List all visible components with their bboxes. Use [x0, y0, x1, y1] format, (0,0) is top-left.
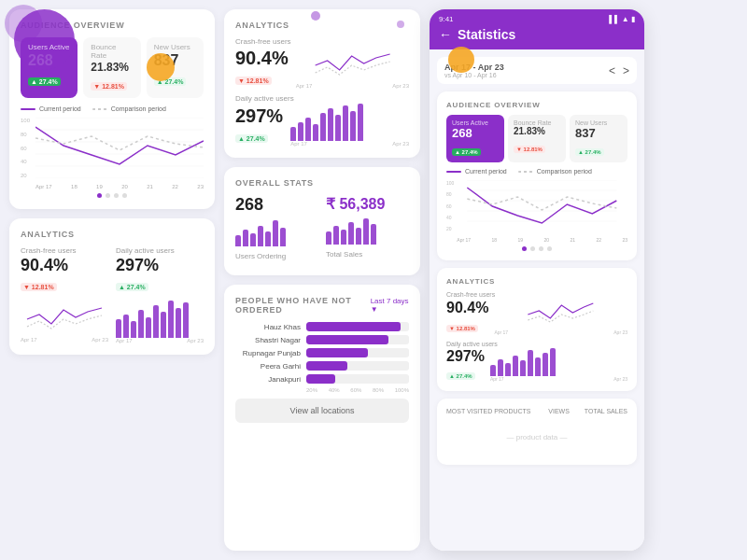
- ob-4: [258, 226, 263, 246]
- most-visited-col1: VIEWS: [548, 408, 570, 414]
- most-visited-title: MOST VISITED PRODUCTS: [446, 408, 531, 414]
- hbar-label-4: Peera Garhi: [235, 362, 301, 371]
- hbar-track-4: [306, 361, 409, 371]
- mobile-daily-labels: Apr 17Apr 23: [490, 376, 627, 382]
- pno-filter[interactable]: Last 7 days ▼: [371, 297, 409, 314]
- mobile-dot-4: [547, 246, 552, 251]
- mobile-stats-row: Users Active 268 ▲ 27.4% Bounce Rate 21.…: [446, 115, 627, 162]
- mobile-users-active: Users Active 268 ▲ 27.4%: [446, 115, 504, 162]
- mobile-chart-container: 10080604020 Apr 1718: [446, 180, 627, 243]
- analytics-mid-title: ANALYTICS: [235, 21, 409, 30]
- horizontal-bar-chart: Hauz Khas Shastri Nagar Rupnagar Punjab: [235, 322, 409, 393]
- ob-2: [243, 230, 248, 246]
- hbar-fill-5: [306, 374, 335, 384]
- line-chart-small: Apr 17Apr 23: [21, 301, 108, 343]
- mobile-crash-row: 90.4% ▼ 12.81% Apr 17Apr 23: [446, 298, 627, 335]
- mobile-crash-value: 90.4%: [446, 299, 488, 316]
- dbar-9: [350, 111, 356, 141]
- hbar-label-1: Hauz Khas: [235, 323, 301, 331]
- mobile-time: 9:41: [439, 15, 454, 23]
- dot-1: [97, 193, 102, 198]
- crash-free-mid-label: Crash-free users: [235, 37, 409, 46]
- total-sales-label: Total Sales: [326, 250, 409, 259]
- hbar-shastri: Shastri Nagar: [235, 335, 409, 344]
- bar-2: [123, 315, 129, 338]
- most-visited-col2: TOTAL SALES: [585, 408, 627, 414]
- sb-6: [363, 218, 369, 245]
- hbar-label-5: Janakpuri: [235, 375, 301, 384]
- bar-7: [161, 312, 166, 338]
- daily-active-badge: ▲ 27.4%: [116, 283, 148, 291]
- users-ordering-value: 268: [235, 195, 318, 215]
- mobile-page-title: Statistics: [458, 27, 515, 42]
- crash-free-value: 90.4%: [21, 257, 108, 273]
- bounce-rate-label: Bounce Rate: [91, 43, 133, 60]
- crash-free-mid: Crash-free users 90.4% ▼ 12.81% Apr 17Ap…: [235, 37, 409, 89]
- mobile-content-area[interactable]: Apr 17 - Apr 23 vs Apr 10 - Apr 16 < > A…: [430, 49, 644, 551]
- line-chart-svg: [35, 118, 204, 178]
- bar-9: [176, 308, 181, 338]
- analytics-charts-row: Apr 17Apr 23: [21, 301, 204, 343]
- mobile-crash-left: 90.4% ▼ 12.81%: [446, 299, 488, 333]
- bar-chart-mini: [116, 301, 204, 338]
- daily-active-mid-left: 297% ▲ 27.4%: [235, 106, 283, 145]
- legend-comparison-line: [92, 108, 107, 110]
- legend-comparison-label: Comparison period: [111, 105, 166, 112]
- left-column: AUDIENCE OVERVIEW Users Active 268 ▲ 27.…: [9, 9, 215, 551]
- crash-chart-mid-svg: [296, 47, 409, 79]
- bar-1: [116, 319, 121, 338]
- date-range-label: Apr 17 - Apr 23: [444, 63, 504, 72]
- new-users-box: New Users 837 ▲ 27.4%: [147, 37, 204, 98]
- hbar-track-1: [306, 322, 409, 331]
- mobile-back-button[interactable]: ←: [439, 27, 452, 42]
- audience-overview-card: AUDIENCE OVERVIEW Users Active 268 ▲ 27.…: [9, 9, 215, 209]
- mobile-daily-left: 297% ▲ 27.4%: [446, 347, 485, 382]
- daily-bars-mid-labels: Apr 17Apr 23: [290, 141, 409, 147]
- ob-5: [265, 231, 271, 246]
- legend-current-label: Current period: [39, 105, 81, 112]
- users-ordering-chart: [235, 218, 318, 246]
- daily-active-mid-label: Daily active users: [235, 94, 409, 103]
- dbar-5: [320, 113, 326, 141]
- mobile-new-users-badge: ▲ 27.4%: [575, 148, 604, 156]
- line-chart-area: Apr 17181920212223: [35, 118, 204, 189]
- dot-3: [114, 193, 119, 198]
- mobile-new-users: New Users 837 ▲ 27.4%: [570, 115, 627, 162]
- chart-container: 10080604020: [21, 118, 204, 189]
- sb-4: [348, 222, 354, 245]
- crash-free-chart-mid: Apr 17Apr 23: [296, 47, 409, 89]
- legend-current: Current period: [21, 105, 81, 112]
- users-ordering-label: Users Ordering: [235, 252, 318, 260]
- mobile-crash-label: Crash-free users: [446, 291, 627, 298]
- chart-legend: Current period Comparison period: [21, 105, 204, 112]
- hbar-track-5: [306, 374, 409, 384]
- mobile-status-icons: ▌▌ ▲ ▮: [609, 15, 635, 23]
- crash-free-mid-value: 90.4%: [235, 49, 289, 67]
- bar-5: [146, 317, 151, 338]
- dbar-10: [358, 104, 363, 141]
- bar-8: [168, 301, 174, 338]
- mobile-bounce-rate: Bounce Rate 21.83% ▼ 12.81%: [508, 115, 566, 162]
- mobile-crash-svg: [494, 298, 627, 326]
- sb-1: [326, 231, 331, 245]
- hbar-rupnagar: Rupnagar Punjab: [235, 348, 409, 357]
- dbar-2: [298, 122, 303, 141]
- x-axis-labels: Apr 17181920212223: [35, 184, 204, 189]
- dot-4: [122, 193, 127, 198]
- pagination-dots: [21, 193, 204, 198]
- view-all-locations-button[interactable]: View all locations: [235, 399, 409, 423]
- crash-free-mid-badge: ▼ 12.81%: [235, 77, 272, 85]
- dbar-1: [290, 127, 296, 141]
- mobile-y-axis: 10080604020: [446, 180, 454, 231]
- next-date-button[interactable]: >: [623, 64, 629, 77]
- users-active-box: Users Active 268 ▲ 27.4%: [21, 37, 78, 98]
- prev-date-button[interactable]: <: [609, 64, 615, 77]
- mobile-title-row: ← Statistics: [439, 27, 635, 42]
- middle-column: ANALYTICS Crash-free users 90.4% ▼ 12.81…: [224, 9, 420, 551]
- ordering-bars: [235, 218, 318, 246]
- bar-3: [131, 321, 136, 338]
- mobile-mockup: 9:41 ▌▌ ▲ ▮ ← Statistics Apr 17 - Apr 23…: [430, 9, 644, 551]
- crash-chart-labels: Apr 17Apr 23: [21, 337, 108, 343]
- ob-1: [235, 235, 241, 246]
- mobile-daily-chart: Apr 17Apr 23: [490, 348, 627, 382]
